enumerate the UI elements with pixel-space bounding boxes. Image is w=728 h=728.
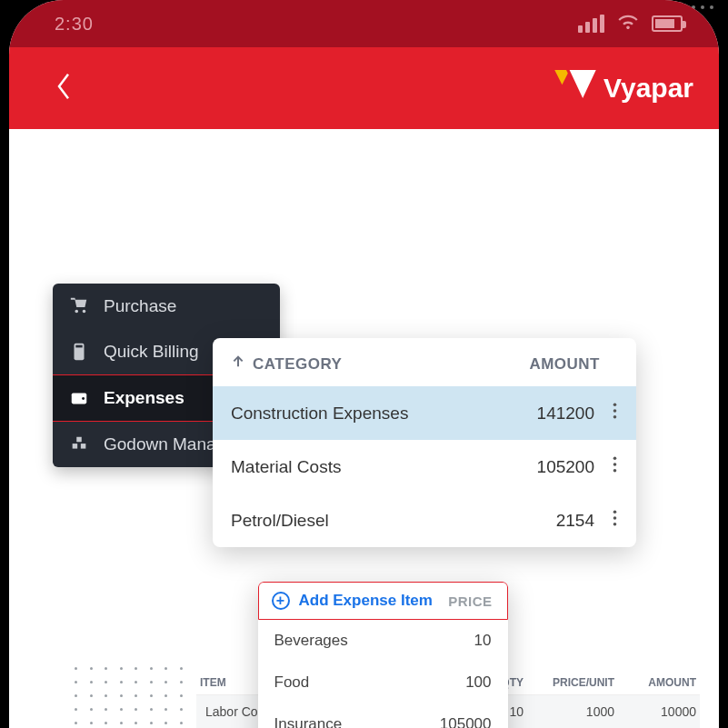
price-header: PRICE <box>448 593 492 609</box>
status-time: 2:30 <box>55 14 94 35</box>
svg-rect-8 <box>73 444 78 449</box>
app-bar: Vyapar <box>9 47 719 129</box>
back-button[interactable] <box>55 71 73 105</box>
svg-point-12 <box>613 415 616 419</box>
dropdown-item[interactable]: Food100 <box>258 662 508 703</box>
category-row[interactable]: Construction Expenses 141200 <box>213 386 636 440</box>
wifi-icon <box>617 11 639 37</box>
svg-point-13 <box>613 456 616 460</box>
svg-point-18 <box>613 523 616 526</box>
sidebar-item-label: Purchase <box>104 296 176 316</box>
svg-point-10 <box>613 403 616 406</box>
col-amount: AMOUNT <box>614 676 696 689</box>
svg-point-17 <box>613 516 616 520</box>
kebab-menu-icon[interactable] <box>602 510 627 531</box>
category-amount: 2154 <box>556 511 602 531</box>
category-row[interactable]: Material Costs 105200 <box>213 440 636 494</box>
svg-point-11 <box>613 409 616 413</box>
svg-marker-0 <box>554 70 569 85</box>
brand-name: Vyapar <box>603 73 693 104</box>
brand-logo: Vyapar <box>554 70 693 106</box>
col-category[interactable]: CATEGORY <box>253 355 342 374</box>
kebab-menu-icon[interactable] <box>602 403 627 424</box>
sidebar-item-label: Quick Billing <box>104 342 199 362</box>
decorative-dots <box>75 667 184 728</box>
plus-circle-icon: + <box>272 592 290 610</box>
category-amount: 105200 <box>537 457 602 477</box>
dropdown-item[interactable]: Beverages10 <box>258 620 508 662</box>
category-row[interactable]: Petrol/Diesel 2154 <box>213 494 636 547</box>
category-amount: 141200 <box>537 404 602 424</box>
add-expense-label: Add Expense Item <box>299 592 433 610</box>
expense-item-dropdown: + Add Expense Item PRICE Beverages10 Foo… <box>258 582 508 728</box>
signal-icon <box>578 15 604 33</box>
svg-rect-7 <box>76 437 82 443</box>
boxes-icon <box>69 434 89 454</box>
svg-rect-9 <box>81 444 86 449</box>
kebab-menu-icon[interactable] <box>602 456 627 477</box>
wallet-icon <box>69 388 89 408</box>
battery-icon <box>652 15 683 32</box>
sidebar-item-purchase[interactable]: Purchase <box>53 284 280 329</box>
svg-point-6 <box>82 397 85 400</box>
col-price-unit: PRICE/UNIT <box>524 676 614 689</box>
category-name: Construction Expenses <box>231 404 408 424</box>
cart-icon <box>69 296 89 316</box>
category-name: Petrol/Diesel <box>231 511 329 531</box>
svg-rect-4 <box>75 345 82 348</box>
svg-point-16 <box>613 510 616 514</box>
svg-point-14 <box>613 463 616 466</box>
status-bar: 2:30 <box>9 0 719 47</box>
add-expense-item-button[interactable]: + Add Expense Item PRICE <box>258 582 508 620</box>
sort-asc-icon[interactable] <box>231 354 245 374</box>
category-name: Material Costs <box>231 457 341 477</box>
category-panel: CATEGORY AMOUNT Construction Expenses 14… <box>213 338 636 547</box>
calculator-icon <box>69 342 89 362</box>
svg-point-15 <box>613 469 616 473</box>
col-amount[interactable]: AMOUNT <box>529 355 616 374</box>
sidebar-item-label: Expenses <box>104 388 184 408</box>
dropdown-item[interactable]: Insurance105000 <box>258 703 508 728</box>
